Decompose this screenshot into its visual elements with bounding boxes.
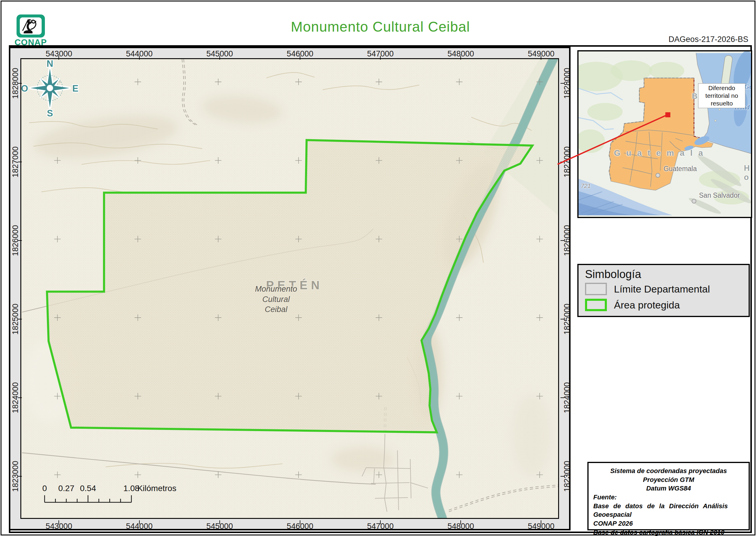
source-line-1: Base de datos de la Dirección Análisis G… xyxy=(593,502,744,519)
inset-city-label: Guatemala xyxy=(664,165,697,173)
axis-tick xyxy=(219,520,220,524)
map-block: PETÉNMonumentoCulturalCeibalNESO00.270.5… xyxy=(9,47,571,530)
svg-text:N: N xyxy=(47,59,53,69)
projection-line: Proyección GTM xyxy=(593,475,744,484)
axis-tick xyxy=(560,83,564,84)
inset-sea-label-fragment: o xyxy=(751,94,752,102)
axis-tick xyxy=(300,520,300,524)
axis-tick xyxy=(460,56,461,60)
svg-text:Ceibal: Ceibal xyxy=(265,305,288,314)
axis-tick xyxy=(560,240,564,241)
inset-country-label: G u a t e m a l a xyxy=(614,148,705,158)
axis-tick xyxy=(219,56,220,60)
legend: Simbología Límite Departamental Área pro… xyxy=(577,264,750,317)
page: CONAP Monumento Cultural Ceibal DAGeos-2… xyxy=(0,0,756,536)
axis-tick xyxy=(541,56,541,60)
axis-tick xyxy=(560,162,564,162)
axis-tick xyxy=(18,83,22,84)
axis-tick xyxy=(380,56,381,60)
axis-tick xyxy=(380,520,381,524)
fuente-label: Fuente: xyxy=(593,493,744,502)
inset-locator-map[interactable]: G u a t e m a l a Guatemala San Salvador… xyxy=(577,50,752,218)
axis-tick xyxy=(18,319,22,319)
legend-title: Simbología xyxy=(585,268,641,281)
protected-area-swatch xyxy=(585,299,607,311)
logo-text: CONAP xyxy=(15,38,47,47)
svg-text:Cultural: Cultural xyxy=(262,295,290,304)
crs-line: Sistema de coordenadas proyectadas xyxy=(593,467,744,475)
axis-tick xyxy=(300,56,300,60)
header: CONAP Monumento Cultural Ceibal xyxy=(9,10,752,47)
source-line-3: Base de datos cartografía básica IGN 201… xyxy=(593,528,744,536)
datum-line: Datum WGS84 xyxy=(593,484,744,493)
axis-tick xyxy=(18,240,22,241)
axis-tick xyxy=(18,476,22,477)
page-title: Monumento Cultural Ceibal xyxy=(9,18,752,35)
axis-tick xyxy=(18,397,22,398)
svg-text:S: S xyxy=(47,108,53,118)
axis-tick xyxy=(460,520,461,524)
inset-belize-label: B xyxy=(692,92,698,101)
map-canvas[interactable]: PETÉNMonumentoCulturalCeibalNESO00.270.5… xyxy=(20,58,559,519)
svg-text:Kilómetros: Kilómetros xyxy=(137,484,176,493)
document-code: DAGeos-217-2026-BS xyxy=(669,35,748,44)
axis-tick xyxy=(560,397,564,398)
axis-tick xyxy=(541,520,541,524)
legend-item-label: Área protegida xyxy=(614,299,680,311)
source-info-box: Sistema de coordenadas proyectadas Proye… xyxy=(587,462,750,530)
departmental-boundary-swatch xyxy=(585,283,607,295)
svg-text:Monumento: Monumento xyxy=(255,285,297,293)
axis-tick xyxy=(560,476,564,477)
axis-tick xyxy=(58,520,59,524)
svg-text:O: O xyxy=(21,83,28,94)
axis-tick xyxy=(58,56,59,60)
axis-tick xyxy=(560,319,564,319)
svg-text:0.54: 0.54 xyxy=(80,484,96,493)
svg-text:0.27: 0.27 xyxy=(58,484,75,493)
legend-item-label: Límite Departamental xyxy=(614,284,710,295)
inset-city2-label: San Salvador xyxy=(699,191,740,199)
inset-sea-label-fragment: Gu xyxy=(744,83,752,90)
inset-honduras-label: H o xyxy=(744,164,752,182)
axis-tick xyxy=(139,56,140,60)
inset-depth-label: 721 xyxy=(581,183,591,189)
svg-text:0: 0 xyxy=(42,484,47,493)
legend-item-area[interactable]: Área protegida xyxy=(585,298,680,312)
svg-text:E: E xyxy=(72,83,79,94)
territorial-dispute-callout: Diferendo territorial no resuelto xyxy=(698,83,745,108)
axis-tick xyxy=(18,162,22,162)
source-line-2: CONAP 2026 xyxy=(593,519,744,528)
axis-tick xyxy=(139,520,140,524)
legend-item-limite[interactable]: Límite Departamental xyxy=(585,282,710,296)
